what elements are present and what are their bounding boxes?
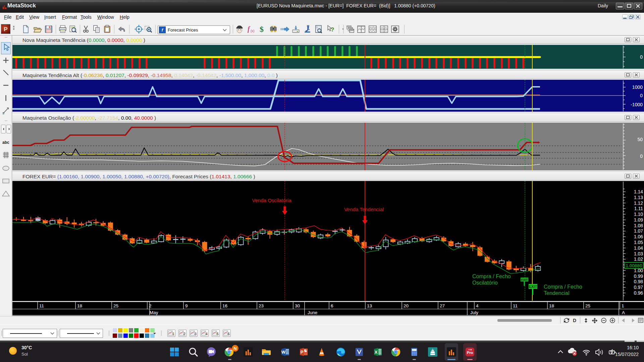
svg-text:25: 25 xyxy=(113,303,118,308)
svg-text:Compra / Fecho: Compra / Fecho xyxy=(544,284,582,290)
svg-text:1.06: 1.06 xyxy=(634,234,643,239)
svg-text:0.97: 0.97 xyxy=(634,285,643,290)
svg-text:50: 50 xyxy=(637,137,643,142)
svg-text:23: 23 xyxy=(259,303,264,308)
svg-text:1.08: 1.08 xyxy=(634,223,643,228)
svg-text:?: ? xyxy=(331,26,334,33)
svg-text:0: 0 xyxy=(640,93,643,98)
svg-text:1.13: 1.13 xyxy=(634,195,643,200)
svg-text:EXIT: EXIT xyxy=(521,278,528,282)
svg-text:1.07: 1.07 xyxy=(634,228,643,234)
svg-text:1.02: 1.02 xyxy=(634,256,643,262)
svg-text:1.11: 1.11 xyxy=(634,206,643,211)
svg-text:1: 1 xyxy=(172,332,174,336)
svg-text:2: 2 xyxy=(149,303,152,308)
svg-text:May: May xyxy=(150,310,158,315)
svg-text:Oscilatório: Oscilatório xyxy=(472,280,498,286)
svg-text:0.99: 0.99 xyxy=(634,274,643,279)
svg-text:4: 4 xyxy=(476,303,479,308)
svg-text:5: 5 xyxy=(217,332,219,336)
svg-text:f: f xyxy=(248,25,251,33)
svg-text:1.03: 1.03 xyxy=(634,251,643,256)
svg-text:1.05: 1.05 xyxy=(634,240,643,245)
svg-text:4: 4 xyxy=(206,332,208,336)
svg-text:N: N xyxy=(233,346,236,351)
svg-text:(x): (x) xyxy=(251,29,255,33)
svg-text:6: 6 xyxy=(228,332,230,336)
svg-text:3: 3 xyxy=(195,332,197,336)
svg-text:Venda Tendencial: Venda Tendencial xyxy=(344,206,384,212)
svg-text:S: S xyxy=(2,112,4,115)
svg-text:-1000: -1000 xyxy=(631,102,643,107)
svg-text:0.96: 0.96 xyxy=(634,290,643,296)
svg-text:27: 27 xyxy=(440,303,445,308)
svg-text:1.14: 1.14 xyxy=(634,189,643,194)
svg-text:Compra / Fecho: Compra / Fecho xyxy=(472,274,511,279)
svg-text:9: 9 xyxy=(185,303,188,308)
svg-text:11: 11 xyxy=(39,303,44,308)
svg-text:abc: abc xyxy=(2,140,9,145)
svg-text:Pro: Pro xyxy=(467,351,473,355)
svg-text:D: D xyxy=(573,318,576,323)
svg-text:1.00880: 1.00880 xyxy=(626,263,642,268)
svg-text:16: 16 xyxy=(222,303,227,308)
svg-text:20: 20 xyxy=(404,303,409,308)
svg-text:6: 6 xyxy=(331,303,333,308)
svg-text:0: 0 xyxy=(640,154,643,159)
svg-text:25: 25 xyxy=(585,303,590,308)
svg-text:13: 13 xyxy=(367,303,372,308)
svg-text:1000: 1000 xyxy=(632,84,643,90)
svg-text:June: June xyxy=(308,310,317,315)
svg-text:0: 0 xyxy=(640,54,643,60)
svg-text:Tendencial: Tendencial xyxy=(544,290,570,296)
svg-text:1.04: 1.04 xyxy=(634,245,643,251)
svg-text:1.09: 1.09 xyxy=(634,217,643,223)
svg-text:30: 30 xyxy=(295,303,300,308)
svg-text:July: July xyxy=(470,310,478,315)
svg-text:P: P xyxy=(301,350,304,355)
svg-text:11: 11 xyxy=(513,303,518,308)
svg-text:1.12: 1.12 xyxy=(634,200,643,206)
svg-text:A: A xyxy=(622,310,625,315)
svg-text:$: $ xyxy=(260,25,264,34)
svg-text:W: W xyxy=(281,350,286,355)
svg-text:X: X xyxy=(375,350,378,355)
svg-text:0.98: 0.98 xyxy=(634,279,643,284)
svg-text:1.10: 1.10 xyxy=(634,212,643,217)
svg-text:2: 2 xyxy=(183,332,185,336)
svg-text:1: 1 xyxy=(622,303,624,308)
svg-text:18: 18 xyxy=(549,303,554,308)
svg-text:18: 18 xyxy=(77,303,82,308)
svg-text:Venda Oscilatória: Venda Oscilatória xyxy=(252,197,291,203)
svg-text:EXIT: EXIT xyxy=(529,285,537,289)
